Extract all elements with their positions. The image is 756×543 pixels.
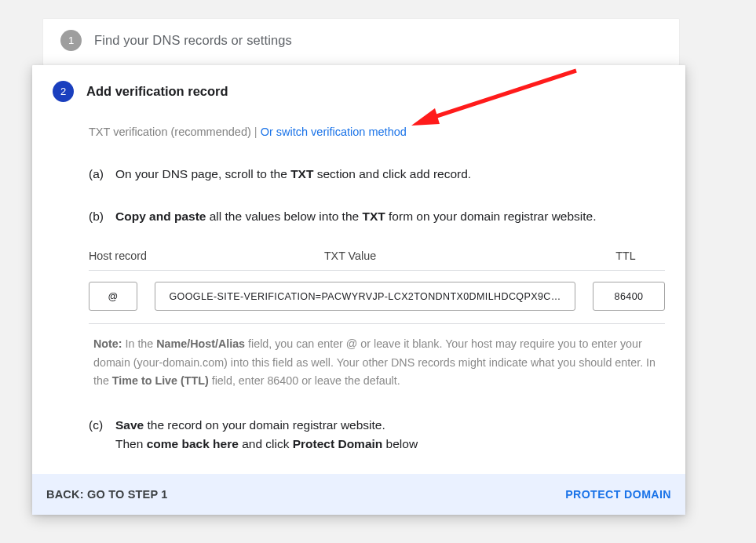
text-bold: come back here: [147, 437, 239, 450]
switch-verification-link[interactable]: Or switch verification method: [261, 126, 407, 138]
verification-method-label: TXT verification (recommended): [89, 126, 251, 138]
text: Then: [115, 437, 147, 450]
text: form on your domain registrar website.: [385, 210, 597, 223]
back-button[interactable]: BACK: GO TO STEP 1: [46, 488, 168, 501]
text: On your DNS page, scroll to the: [115, 167, 290, 180]
instruction-b-label: (b): [89, 207, 115, 226]
text-bold: TXT: [362, 210, 385, 223]
note-lead: Note:: [93, 337, 122, 350]
text: below: [382, 437, 418, 450]
column-header-ttl: TTL: [586, 250, 665, 262]
host-record-value[interactable]: @: [89, 282, 137, 311]
instruction-b: (b) Copy and paste all the values below …: [89, 207, 665, 226]
instruction-c: (c) Save the record on your domain regis…: [89, 416, 665, 454]
txt-value[interactable]: GOOGLE-SITE-VERIFICATION=PACWYRVJP-LCX2T…: [155, 282, 575, 311]
note-text: Note: In the Name/Host/Alias field, you …: [32, 324, 685, 391]
text: the record on your domain registrar webs…: [144, 418, 385, 432]
text-bold: Time to Live (TTL): [112, 374, 209, 387]
ttl-value[interactable]: 86400: [593, 282, 665, 311]
text: section and click add record.: [313, 167, 471, 180]
step2-number-badge: 2: [53, 81, 74, 102]
step2-card: 2 Add verification record TXT verificati…: [32, 65, 685, 515]
instruction-c-label: (c): [89, 416, 115, 454]
instruction-a-label: (a): [89, 165, 115, 184]
text-bold: Copy and paste: [115, 210, 206, 223]
protect-domain-button[interactable]: PROTECT DOMAIN: [565, 488, 671, 501]
text-bold: Name/Host/Alias: [156, 337, 245, 350]
text-bold: TXT: [290, 167, 313, 180]
instruction-a: (a) On your DNS page, scroll to the TXT …: [89, 165, 665, 184]
text: In the: [122, 337, 157, 350]
text: field, enter 86400 or leave the default.: [209, 374, 400, 387]
column-header-txt: TXT Value: [161, 250, 586, 262]
step1-card: 1 Find your DNS records or settings: [43, 19, 679, 65]
dns-values-section: Host record TXT Value TTL @ GOOGLE-SITE-…: [32, 250, 685, 324]
separator: |: [251, 126, 261, 138]
column-header-host: Host record: [89, 250, 161, 262]
text-bold: Protect Domain: [293, 437, 383, 450]
step2-title: Add verification record: [86, 84, 228, 99]
text: all the values below into the: [206, 210, 362, 223]
text: and click: [239, 437, 293, 450]
card-footer: BACK: GO TO STEP 1 PROTECT DOMAIN: [32, 474, 685, 515]
step1-title: Find your DNS records or settings: [94, 33, 292, 48]
step1-number-badge: 1: [60, 30, 82, 51]
text-bold: Save: [115, 418, 144, 432]
